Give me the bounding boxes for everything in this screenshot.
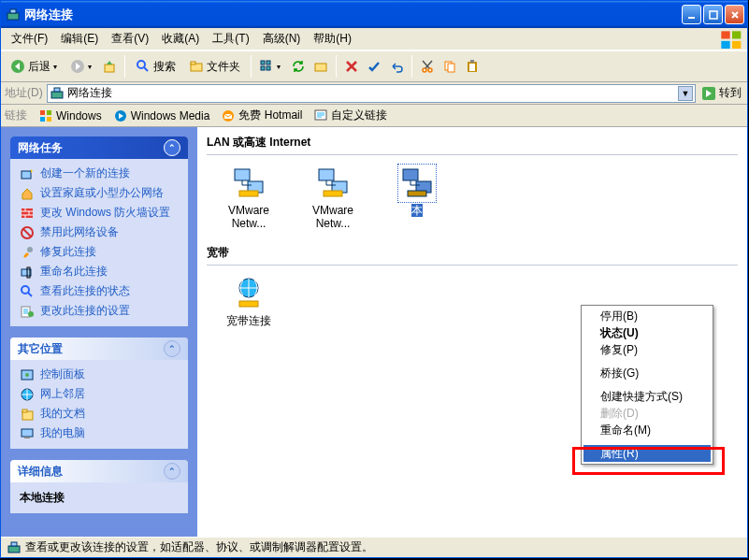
svg-rect-52 (235, 169, 250, 180)
menu-favorites[interactable]: 收藏(A) (155, 28, 206, 50)
connection-local-selected[interactable]: 本 (384, 165, 450, 230)
task-repair[interactable]: 修复此连接 (20, 245, 179, 260)
svg-rect-30 (47, 110, 51, 115)
svg-rect-17 (266, 66, 270, 70)
connection-icon (314, 165, 352, 202)
undo-button[interactable] (386, 54, 407, 79)
copy-button[interactable] (439, 54, 460, 79)
task-firewall[interactable]: 更改 Windows 防火墙设置 (20, 206, 179, 221)
place-my-computer[interactable]: 我的电脑 (20, 426, 179, 441)
task-disable-device[interactable]: 禁用此网络设备 (20, 225, 179, 240)
menu-shortcut[interactable]: 创建快捷方式(S) (583, 388, 711, 405)
svg-rect-18 (315, 64, 326, 71)
link-windows[interactable]: Windows (38, 108, 102, 123)
menu-properties[interactable]: 属性(R) (583, 445, 711, 462)
folders-button[interactable]: 文件夹 (183, 54, 246, 79)
go-button[interactable]: 转到 (699, 84, 743, 103)
collapse-icon[interactable]: ⌃ (164, 139, 180, 156)
svg-rect-4 (721, 31, 729, 38)
titlebar[interactable]: 网络连接 (1, 1, 747, 28)
task-view-status[interactable]: 查看此连接的状态 (20, 284, 179, 299)
svg-rect-13 (191, 62, 195, 65)
svg-rect-1 (10, 9, 16, 13)
address-label: 地址(D) (5, 85, 43, 101)
link-windows-media[interactable]: Windows Media (113, 108, 210, 123)
links-label: 链接 (5, 108, 27, 123)
menu-disable[interactable]: 停用(B) (583, 308, 711, 324)
paste-button[interactable] (462, 54, 483, 79)
views-button[interactable]: ▾ (256, 54, 286, 79)
address-value: 网络连接 (67, 85, 675, 101)
connection-vmware2[interactable]: VMware Netw... (300, 165, 366, 230)
svg-rect-6 (721, 41, 729, 49)
control-panel-icon (20, 367, 35, 382)
svg-rect-49 (22, 409, 27, 412)
panel-header[interactable]: 网络任务 ⌃ (10, 136, 188, 159)
sync-button[interactable] (288, 54, 309, 79)
svg-point-20 (428, 68, 432, 72)
dropdown-icon[interactable]: ▼ (678, 86, 693, 101)
search-button[interactable]: 搜索 (130, 54, 181, 79)
stop-button[interactable] (341, 54, 362, 79)
link-hotmail[interactable]: 免费 Hotmail (221, 108, 302, 123)
windows-logo-icon (719, 29, 745, 50)
panel-other-places: 其它位置 ⌃ 控制面板 网上邻居 我的文档 我的电脑 (10, 337, 188, 449)
check-button[interactable] (364, 54, 384, 79)
rename-icon (20, 265, 35, 280)
menu-rename[interactable]: 重命名(M) (583, 422, 711, 438)
status-text: 查看或更改该连接的设置，如适配器、协议、或调制解调器配置设置。 (25, 539, 373, 555)
settings-icon (20, 304, 35, 319)
connection-vmware1[interactable]: VMware Netw... (216, 165, 281, 230)
collapse-icon[interactable]: ⌃ (164, 340, 180, 357)
menu-advanced[interactable]: 高级(N) (256, 28, 308, 50)
close-button[interactable] (725, 5, 744, 24)
task-new-connection[interactable]: 创建一个新的连接 (20, 166, 179, 181)
menu-edit[interactable]: 编辑(E) (54, 28, 105, 50)
task-rename[interactable]: 重命名此连接 (20, 265, 179, 280)
dropdown-icon[interactable]: ▾ (277, 63, 283, 71)
menu-bridge[interactable]: 桥接(G) (583, 365, 711, 381)
folder-button[interactable] (310, 54, 331, 79)
svg-rect-7 (732, 41, 741, 49)
place-network-neighborhood[interactable]: 网上邻居 (20, 387, 179, 402)
home-network-icon (20, 186, 35, 201)
svg-point-42 (22, 286, 29, 294)
svg-rect-10 (105, 65, 114, 72)
menu-repair[interactable]: 修复(P) (583, 341, 711, 358)
dropdown-icon[interactable]: ▾ (88, 63, 94, 71)
place-control-panel[interactable]: 控制面板 (20, 367, 179, 382)
dropdown-icon[interactable]: ▾ (53, 63, 60, 71)
maximize-button[interactable] (703, 5, 723, 24)
collapse-icon[interactable]: ⌃ (164, 463, 180, 480)
status-icon (7, 540, 22, 555)
task-change-settings[interactable]: 更改此连接的设置 (20, 304, 179, 319)
status-icon (20, 284, 35, 299)
address-field[interactable]: 网络连接 ▼ (47, 84, 696, 103)
cut-button[interactable] (417, 54, 438, 79)
body: 网络任务 ⌃ 创建一个新的连接 设置家庭或小型办公网络 更改 Windows 防… (1, 127, 747, 537)
svg-rect-29 (40, 110, 45, 115)
svg-point-46 (25, 373, 29, 377)
minimize-button[interactable] (682, 5, 701, 24)
menu-view[interactable]: 查看(V) (105, 28, 155, 50)
menu-status[interactable]: 状态(U) (583, 324, 711, 341)
up-button[interactable] (99, 54, 120, 79)
svg-rect-24 (469, 64, 475, 71)
svg-rect-15 (266, 61, 270, 65)
back-button[interactable]: 后退 ▾ (5, 54, 65, 79)
computer-icon (20, 426, 35, 441)
place-my-documents[interactable]: 我的文档 (20, 407, 179, 422)
menu-help[interactable]: 帮助(H) (307, 28, 358, 50)
panel-header[interactable]: 详细信息 ⌃ (10, 460, 188, 482)
menu-file[interactable]: 文件(F) (5, 28, 54, 50)
menu-tools[interactable]: 工具(T) (206, 28, 255, 50)
task-home-network[interactable]: 设置家庭或小型办公网络 (20, 186, 179, 201)
forward-button[interactable]: ▾ (67, 54, 97, 79)
link-custom[interactable]: 自定义链接 (313, 108, 387, 123)
connection-broadband[interactable]: 宽带连接 (216, 275, 281, 327)
network-icon (20, 387, 35, 402)
panel-header[interactable]: 其它位置 ⌃ (10, 337, 188, 360)
svg-rect-32 (47, 117, 51, 122)
connection-icon (230, 165, 267, 202)
svg-rect-27 (54, 88, 60, 92)
